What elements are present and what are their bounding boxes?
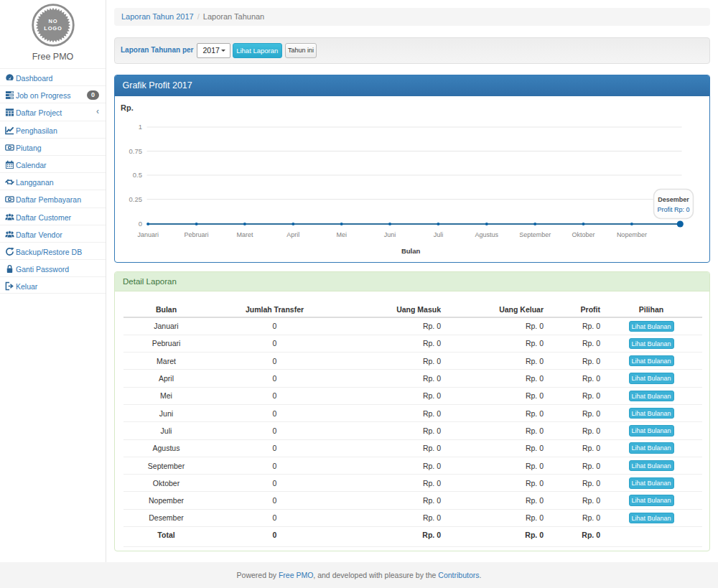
- svg-text:Agustus: Agustus: [475, 231, 499, 238]
- svg-text:0.75: 0.75: [129, 146, 143, 154]
- svg-text:Rp.: Rp.: [121, 103, 134, 111]
- svg-text:Mei: Mei: [336, 231, 347, 238]
- svg-text:NO: NO: [48, 17, 57, 24]
- svg-text:0: 0: [139, 219, 142, 227]
- svg-text:Pebruari: Pebruari: [185, 231, 209, 238]
- svg-text:1: 1: [139, 123, 142, 131]
- svg-text:Juni: Juni: [384, 231, 396, 238]
- svg-text:Juli: Juli: [434, 231, 444, 238]
- svg-text:Nopember: Nopember: [617, 231, 647, 238]
- svg-text:Bulan: Bulan: [401, 246, 421, 254]
- svg-text:Desember: Desember: [658, 195, 689, 202]
- svg-text:0.25: 0.25: [129, 195, 143, 202]
- svg-text:April: April: [286, 231, 299, 238]
- svg-text:Januari: Januari: [137, 231, 159, 238]
- svg-text:Maret: Maret: [236, 231, 253, 238]
- svg-text:Oktober: Oktober: [572, 231, 595, 238]
- svg-text:September: September: [519, 231, 551, 238]
- svg-text:LOGO: LOGO: [44, 24, 62, 31]
- svg-text:0.5: 0.5: [133, 171, 142, 179]
- svg-text:Profit Rp: 0: Profit Rp: 0: [657, 206, 689, 213]
